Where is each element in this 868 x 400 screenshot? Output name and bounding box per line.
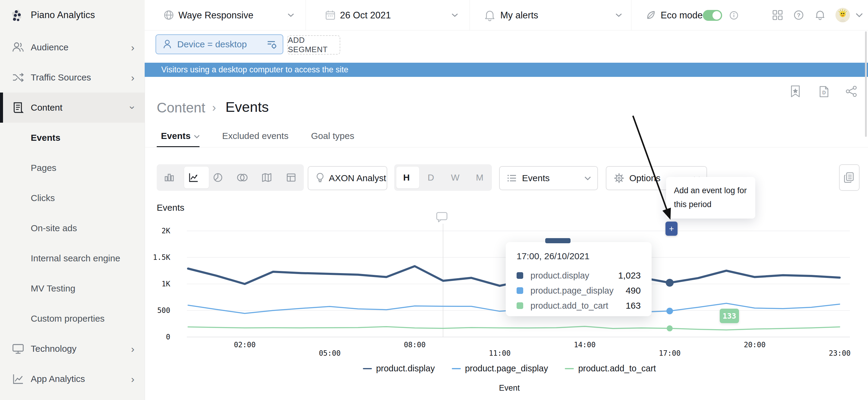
x-tick-label: 14:00 (567, 341, 603, 349)
sidebar-item-label: MV Testing (31, 283, 75, 294)
date-picker[interactable]: 26 Oct 2021 (340, 10, 391, 21)
duplicate-view-button[interactable] (839, 164, 860, 191)
legend-item-product-page-display[interactable]: product.page_display (452, 364, 548, 373)
y-tick-label: 1.5K (149, 253, 170, 262)
lightbulb-icon (315, 173, 324, 184)
sidebar-item-custom-properties[interactable]: Custom properties (0, 304, 145, 334)
metric-dropdown[interactable]: Events (499, 166, 598, 190)
legend-label: product.display (376, 364, 435, 373)
leaf-icon (645, 9, 657, 21)
chevron-down-icon (584, 176, 591, 181)
chart-tooltip-rows: product.display1,023product.page_display… (517, 268, 641, 313)
site-selector[interactable]: Waye Responsive (179, 10, 253, 21)
app-logo[interactable]: Piano Analytics (0, 0, 145, 30)
y-tick-label: 2K (149, 226, 170, 236)
sidebar-item-label: Pages (31, 163, 56, 173)
tab-events[interactable]: Events (161, 131, 190, 141)
venn-icon[interactable] (230, 164, 254, 191)
x-axis-title: Event (163, 383, 856, 393)
line-chart-icon[interactable] (181, 164, 206, 191)
sidebar-item-app-analytics[interactable]: App Analytics› (0, 364, 145, 394)
granularity-w-button[interactable]: W (443, 164, 467, 191)
hover-dot-product-display (666, 279, 674, 287)
eco-mode-toggle[interactable] (703, 10, 722, 21)
legend-label: product.page_display (465, 364, 548, 373)
tooltip-series-label: product.page_display (530, 286, 614, 296)
tooltip-row-product-add-to-cart: product.add_to_cart163 (517, 298, 641, 313)
scrollbar[interactable] (865, 31, 867, 137)
tooltip-series-label: product.add_to_cart (530, 301, 608, 311)
eco-mode-label: Eco mode (661, 10, 703, 21)
banner-text: Visitors using a desktop computer to acc… (161, 65, 348, 74)
sidebar-item-label: Custom properties (31, 313, 104, 324)
tooltip-series-value: 490 (626, 285, 641, 296)
sidebar-item-label: Events (31, 133, 60, 143)
chevron-down-icon[interactable] (287, 13, 295, 18)
plus-icon: + (669, 224, 674, 234)
sidebar-item-content[interactable]: Content› (0, 93, 145, 123)
sidebar-item-mv-testing[interactable]: MV Testing (0, 273, 145, 304)
people-icon (11, 41, 25, 54)
sidebar-item-label: Audience (31, 42, 68, 53)
series-swatch (517, 272, 523, 279)
sidebar-item-pages[interactable]: Pages (0, 153, 145, 183)
sidebar-item-internal-search-engine[interactable]: Internal search engine (0, 243, 145, 273)
share-icon[interactable] (846, 86, 857, 97)
segment-settings-icon[interactable] (267, 39, 277, 50)
granularity-h-button[interactable]: H (394, 164, 418, 191)
sidebar-item-events[interactable]: Events (0, 123, 145, 153)
segment-label: Device = desktop (177, 39, 247, 50)
sidebar-item-clicks[interactable]: Clicks (0, 183, 145, 213)
export-document-icon[interactable]: D (818, 86, 830, 98)
chevron-down-icon[interactable] (855, 12, 864, 18)
segment-chip[interactable]: Device = desktop (156, 34, 283, 54)
segment-description-banner: Visitors using a desktop computer to acc… (145, 63, 868, 77)
granularity-m-button[interactable]: M (467, 164, 492, 191)
breadcrumb-separator: › (212, 101, 216, 114)
breadcrumb-parent[interactable]: Content (157, 99, 205, 116)
help-icon[interactable]: ? (793, 10, 804, 21)
add-segment-button[interactable]: ADD SEGMENT (287, 35, 340, 55)
monitor-icon (11, 342, 25, 356)
table-icon[interactable] (279, 164, 303, 191)
chart-legend: product.displayproduct.page_displayprodu… (163, 364, 856, 373)
axon-analyst-button[interactable]: AXON Analyst (308, 166, 387, 190)
chevron-right-icon: › (131, 42, 134, 53)
chevron-down-icon: › (127, 106, 138, 109)
chart-tooltip-title: 17:00, 26/10/2021 (517, 251, 641, 261)
map-icon[interactable] (254, 164, 279, 191)
sidebar-item-traffic-sources[interactable]: Traffic Sources› (0, 62, 145, 93)
legend-dash (363, 368, 372, 369)
x-tick-label: 08:00 (397, 341, 433, 349)
bookmark-icon[interactable] (790, 85, 801, 98)
sidebar-item-audience[interactable]: Audience› (0, 32, 145, 62)
sidebar-item-on-site-ads[interactable]: On-site ads (0, 213, 145, 243)
tab-goal-types[interactable]: Goal types (311, 131, 354, 141)
chart-tooltip: 17:00, 26/10/2021 product.display1,023pr… (506, 242, 652, 316)
sidebar: Piano Analytics Audience›Traffic Sources… (0, 0, 145, 400)
pie-chart-icon[interactable] (206, 164, 230, 191)
chevron-down-icon[interactable] (615, 13, 623, 18)
sidebar-item-label: Internal search engine (31, 253, 120, 264)
granularity-d-button[interactable]: D (418, 164, 443, 191)
metric-dropdown-label: Events (522, 173, 550, 183)
series-swatch (517, 302, 523, 309)
legend-item-product-display[interactable]: product.display (363, 364, 435, 373)
notifications-bell-icon[interactable] (814, 9, 826, 21)
app-title: Piano Analytics (31, 10, 95, 21)
page-title: Events (225, 99, 269, 115)
apps-grid-icon[interactable] (772, 10, 783, 21)
chevron-right-icon: › (131, 374, 134, 384)
bar-chart-icon[interactable] (157, 164, 181, 191)
legend-item-product-add-to-cart[interactable]: product.add_to_cart (565, 364, 656, 373)
sidebar-item-technology[interactable]: Technology› (0, 334, 145, 364)
chevron-down-icon[interactable] (193, 134, 200, 139)
add-event-log-button[interactable]: + (665, 221, 678, 236)
divider (631, 0, 631, 30)
my-alerts[interactable]: My alerts (500, 10, 538, 21)
avatar[interactable] (835, 8, 850, 22)
tab-excluded-events[interactable]: Excluded events (222, 131, 288, 141)
info-icon[interactable] (730, 11, 738, 20)
x-tick-label: 20:00 (737, 341, 773, 349)
chevron-down-icon[interactable] (451, 13, 459, 18)
